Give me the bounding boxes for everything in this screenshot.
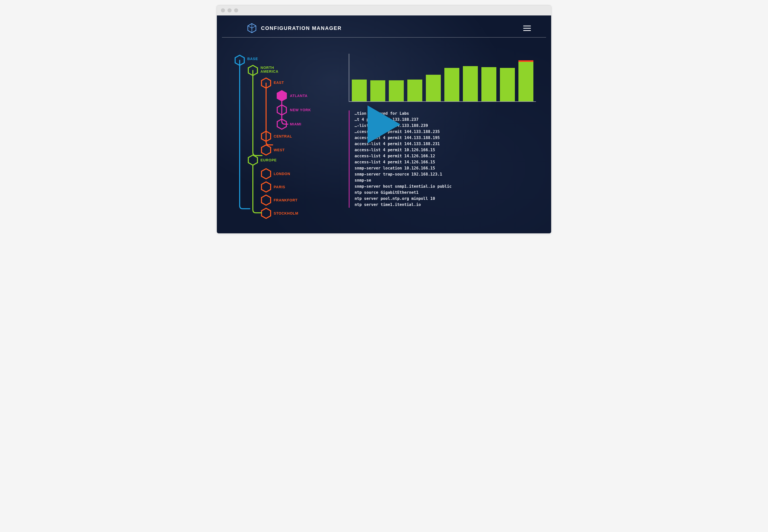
config-line: snmp-server location 10.126.166.15 [355,165,536,171]
chart-bar [463,66,478,101]
traffic-light-min[interactable] [228,8,232,12]
tree-node-base[interactable]: BASE [247,57,258,61]
tree-node-miami[interactable]: MIAMI [290,122,301,126]
config-line: snmp-server trap-source 192.168.123.1 [355,171,536,177]
browser-titlebar [217,5,551,15]
svg-marker-13 [262,208,271,218]
config-line: access-list 4 permit 10.126.166.15 [355,147,536,153]
config-line: access-list 4 permit 14.126.166.15 [355,159,536,165]
tree-node-newyork[interactable]: NEW YORK [290,108,311,112]
app-root: CONFIGURATION MANAGER [217,15,551,233]
menu-button[interactable] [523,26,531,31]
chart-bar [444,68,459,101]
location-tree: BASE NORTHAMERICA EAST ATLANTA NEW YORK … [232,48,339,220]
tree-connectors [232,48,339,220]
brand-title: CONFIGURATION MANAGER [261,25,342,31]
chart-bar [352,80,367,101]
svg-marker-10 [262,169,271,179]
config-line: ntp server time1.itential.io [355,202,536,208]
chart-bar [389,80,404,101]
tree-node-north-america[interactable]: NORTHAMERICA [261,66,279,74]
tree-node-stockholm[interactable]: STOCKHOLM [274,211,298,215]
svg-marker-9 [248,155,258,165]
chart-bar [500,68,515,101]
chart-bar [426,75,441,101]
usage-bar-chart [349,54,536,102]
config-line: snmp-server host snmp1.itential.io publi… [355,183,536,189]
config-line: snmp-se [355,177,536,183]
svg-marker-11 [262,182,271,192]
play-button[interactable] [368,105,400,143]
tree-node-europe[interactable]: EUROPE [261,158,277,162]
chart-bar [370,80,385,101]
tree-node-central[interactable]: CENTRAL [274,134,292,138]
tree-node-atlanta[interactable]: ATLANTA [290,94,308,98]
browser-frame: CONFIGURATION MANAGER [217,5,551,234]
svg-marker-4 [277,91,286,101]
config-line: ntp source GigabitEthernet1 [355,189,536,196]
tree-node-paris[interactable]: PARIS [274,185,285,189]
tree-node-london[interactable]: LONDON [274,172,290,176]
svg-marker-12 [262,195,271,205]
svg-marker-8 [262,145,271,155]
brand-logo-icon [247,23,257,33]
chart-bar [518,60,533,101]
svg-marker-14 [368,105,400,143]
tree-node-frankfort[interactable]: FRANKFORT [274,198,298,202]
tree-node-east[interactable]: EAST [274,81,284,85]
chart-bar [407,80,422,101]
chart-bar [481,67,496,101]
config-line: access-list 4 permit 14.126.166.12 [355,153,536,159]
traffic-light-close[interactable] [221,8,225,12]
topbar: CONFIGURATION MANAGER [222,15,546,37]
config-line: ntp server pool.ntp.org minpoll 10 [355,196,536,202]
tree-node-west[interactable]: WEST [274,148,285,152]
traffic-light-max[interactable] [234,8,238,12]
